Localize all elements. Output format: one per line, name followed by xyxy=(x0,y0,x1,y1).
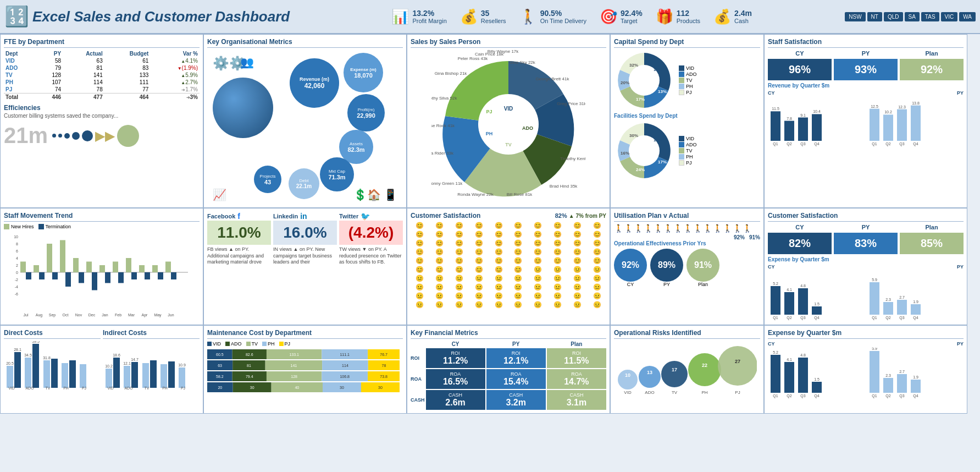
twitter-value: (4.2%) xyxy=(339,221,403,245)
smiley-cell: 😊 xyxy=(450,257,469,265)
maint-label-pj: 76.7 xyxy=(380,353,387,356)
fte-var: 4.1% xyxy=(150,57,200,64)
facebook-header: Facebook f xyxy=(207,212,271,221)
capital-donut: 18% 13% 17% 20% 32% xyxy=(614,50,674,111)
twitter-card: Twitter 🐦 (4.2%) TW views ▼ on PY. A red… xyxy=(339,212,403,266)
kpi-target: 🎯 92.4% Target xyxy=(600,8,643,25)
svg-text:7.8: 7.8 xyxy=(787,117,792,120)
state-btn-nsw[interactable]: NSW xyxy=(845,12,865,21)
svg-text:5.9: 5.9 xyxy=(872,348,877,350)
termination-bar xyxy=(171,272,176,279)
mv-legend-new-hires: New Hires xyxy=(4,224,34,229)
dot-4 xyxy=(72,132,80,140)
svg-rect-95 xyxy=(43,360,50,388)
smiley-cell: 😐 xyxy=(450,301,469,309)
svg-text:Mar: Mar xyxy=(128,313,135,317)
csr-header-py: PY xyxy=(834,224,898,230)
smiley-cell: 😐 xyxy=(588,292,606,300)
svg-text:VID: VID xyxy=(107,386,114,390)
state-buttons[interactable]: NSWNTQLDSATASVICWA xyxy=(845,12,976,21)
linkedin-header: Linkedin in xyxy=(273,212,337,221)
smiley-cell: 😊 xyxy=(430,257,449,265)
fac-legend-tv: TV xyxy=(686,148,693,153)
maintenance-legend: VID ADO TV PH PJ xyxy=(207,341,403,347)
fte-py: 58 xyxy=(37,57,63,64)
fte-var: 1.7% xyxy=(150,86,200,94)
state-btn-nt[interactable]: NT xyxy=(867,12,882,21)
svg-text:Q4: Q4 xyxy=(814,394,819,398)
fte-total-budget: 464 xyxy=(104,94,151,101)
kpi-text-cash: 2.4m Cash xyxy=(734,9,752,24)
svg-text:1.9: 1.9 xyxy=(913,300,918,304)
sales-person-title: Sales by Sales Person xyxy=(411,38,606,48)
state-btn-vic[interactable]: VIC xyxy=(941,12,958,21)
svg-text:Q1: Q1 xyxy=(872,142,877,146)
svg-text:Q3: Q3 xyxy=(899,316,904,320)
fte-col-py: PY xyxy=(37,50,63,57)
csr-kpi-boxes: 82% 83% 85% xyxy=(768,233,964,254)
svg-text:TV: TV xyxy=(672,390,678,395)
maint-label-tv: 133.1 xyxy=(289,353,299,356)
smiley-cell: 😊 xyxy=(430,266,449,273)
smiley-cell: 😐 xyxy=(529,283,547,291)
bubble-profit-label: Profit(m) xyxy=(358,107,375,112)
svg-text:20%: 20% xyxy=(621,80,629,85)
smiley-cell: 😐 xyxy=(509,275,528,282)
smiley-cell: 😊 xyxy=(489,239,508,247)
kpi-label-resellers: Resellers xyxy=(481,18,506,24)
state-btn-wa[interactable]: WA xyxy=(959,12,976,21)
cust-sat-mid-pct: 82% ▲ 7% from PY xyxy=(555,212,606,219)
kf-cash-cy: CASH2.6m xyxy=(426,390,485,410)
op-eff-cy-label: CY xyxy=(627,282,634,287)
kf-roi-label: ROI xyxy=(411,348,425,368)
svg-text:4.1: 4.1 xyxy=(787,358,792,361)
svg-rect-98 xyxy=(62,363,68,388)
state-btn-sa[interactable]: SA xyxy=(905,12,920,21)
state-btn-qld[interactable]: QLD xyxy=(884,12,903,21)
svg-point-128 xyxy=(639,366,661,388)
revenue-quarter-title: Revenue by Quarter $m xyxy=(768,83,964,89)
new-hire-bar xyxy=(47,244,52,272)
svg-rect-111 xyxy=(124,366,130,388)
kpi-value-on-time-delivery: 90.5% xyxy=(540,9,586,18)
maint-label-pj: 30 xyxy=(378,386,383,389)
efficiencies-value: 21m xyxy=(4,123,48,148)
smiley-cell: 😊 xyxy=(489,257,508,265)
direct-costs-chart: 20.5 28.1 34.5 59.5 31.8 xyxy=(4,341,92,391)
dot-1 xyxy=(52,134,56,138)
smiley-cell: 😐 xyxy=(588,283,606,291)
termination-bar xyxy=(52,272,58,279)
smiley-cell: 😐 xyxy=(450,292,469,300)
mv-legend-label-term: Termination xyxy=(46,224,71,229)
maint-leg-ado: ADO xyxy=(231,341,242,347)
state-btn-tas[interactable]: TAS xyxy=(921,12,939,21)
svg-text:Nov: Nov xyxy=(75,313,82,317)
svg-text:5.9: 5.9 xyxy=(872,278,877,282)
csr-py-value: 83% xyxy=(834,233,898,254)
operational-risks-title: Operational Risks Identified xyxy=(614,329,760,339)
svg-text:Gina Bishop 21k: Gina Bishop 21k xyxy=(435,71,468,76)
op-eff-title: Operational Effectiveness Prior Yrs xyxy=(614,240,760,246)
maintenance-title: Maintenance Cost by Department xyxy=(207,329,403,339)
svg-text:0: 0 xyxy=(16,271,18,275)
svg-rect-107 xyxy=(106,369,112,388)
kf-roa-plan: ROA14.7% xyxy=(547,369,606,389)
svg-text:30%: 30% xyxy=(629,133,638,138)
kpi-label-products: Products xyxy=(677,18,700,24)
smiley-cell: 😊 xyxy=(529,222,547,229)
kf-header-plan: Plan xyxy=(547,341,606,347)
svg-text:4.8: 4.8 xyxy=(800,353,806,357)
person-green-6: 🚶 xyxy=(733,224,742,233)
rev-py-label: PY xyxy=(957,90,964,96)
svg-text:10: 10 xyxy=(14,235,18,239)
bubble-expense-label: Expense (m) xyxy=(350,67,377,72)
smiley-cell: 😐 xyxy=(489,275,508,282)
svg-text:Greg Price 31k: Greg Price 31k xyxy=(557,101,585,106)
smiley-cell: 😊 xyxy=(469,257,488,265)
fte-col-var: Var % xyxy=(150,50,200,57)
fte-budget: 133 xyxy=(104,72,151,79)
cust-sat-change: ▲ 7% from PY xyxy=(569,213,606,219)
person-green-7: 🚶 xyxy=(743,224,752,233)
svg-text:34.5: 34.5 xyxy=(24,353,32,357)
smiley-cell: 😐 xyxy=(430,292,449,300)
